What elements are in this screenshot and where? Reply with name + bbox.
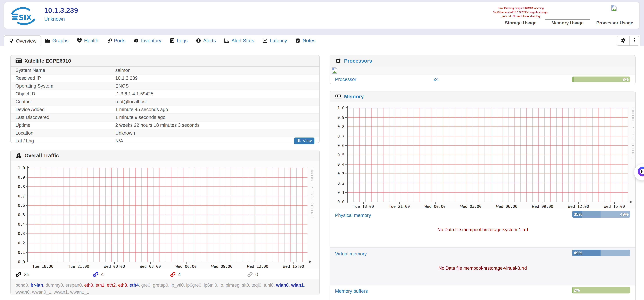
mempool-link[interactable]: Virtual memory	[335, 251, 367, 257]
x-tick	[507, 202, 507, 204]
y-tick-label: 0.0	[332, 200, 344, 204]
port-separator: ,	[63, 283, 66, 288]
processor-link[interactable]: Processor	[335, 77, 356, 82]
port-link[interactable]: wlan0	[276, 283, 288, 288]
y-tick-label: 0.8	[13, 184, 25, 189]
tab-overview[interactable]: Overview	[4, 35, 41, 46]
tab-alert-stats[interactable]: Alert Stats	[220, 35, 258, 46]
port-link[interactable]: wwan0_1	[32, 290, 51, 295]
x-tick	[614, 202, 615, 204]
settings-button[interactable]	[617, 36, 630, 46]
port-link[interactable]: ip6gre0	[186, 283, 201, 288]
memory-header[interactable]: Memory	[330, 91, 635, 102]
bar-right-label: 49%	[620, 212, 628, 217]
port-link[interactable]: wwan1	[54, 290, 68, 295]
overall-traffic-graph[interactable]: 1.00.90.80.70.60.50.40.30.20.10.0Tue 18:…	[10, 161, 320, 269]
port-link[interactable]: sit0	[242, 283, 249, 288]
tab-health[interactable]: Health	[72, 35, 102, 46]
port-count[interactable]: 0	[242, 269, 320, 280]
y-tick	[345, 183, 347, 183]
processor-usage-label: Processor Usage	[584, 20, 644, 25]
row-label: Contact	[16, 99, 116, 104]
area-chart-icon	[45, 38, 50, 43]
processor-count[interactable]: x4	[434, 77, 438, 82]
tab-alerts[interactable]: Alerts	[192, 35, 220, 46]
device-hardware-link[interactable]: Unknown	[44, 16, 78, 22]
table-row: Device Added1 minute 45 seconds ago	[10, 106, 320, 113]
tab-label: Health	[84, 38, 98, 43]
row-label: Uptime	[16, 123, 116, 128]
port-link[interactable]: eth0	[84, 283, 93, 288]
port-link[interactable]: eth2	[107, 283, 116, 288]
port-count[interactable]: 4	[165, 269, 242, 280]
tab-inventory[interactable]: Inventory	[130, 35, 166, 46]
more-options-button[interactable]	[630, 36, 639, 46]
y-tick	[26, 243, 27, 243]
device-model-title: Xatellite ECPE6010	[24, 58, 71, 64]
tab-label: Ports	[114, 38, 126, 43]
port-separator: ,	[288, 283, 291, 288]
mempool-block: Memory buffers2%	[330, 285, 635, 300]
port-link[interactable]: wwan1_1	[70, 290, 89, 295]
x-tick-label: Wed 06:00	[494, 204, 520, 209]
port-link[interactable]: eth3	[118, 283, 127, 288]
processors-header[interactable]: Processors	[330, 55, 635, 67]
y-tick	[26, 168, 27, 168]
mempool-link[interactable]: Memory buffers	[335, 289, 368, 294]
tab-graphs[interactable]: Graphs	[41, 35, 72, 46]
table-row: Uptime2 weeks 22 hours 18 minutes 3 seco…	[10, 121, 320, 129]
y-tick	[26, 205, 27, 206]
bar-segment	[572, 76, 574, 82]
port-separator: ,	[116, 283, 118, 288]
port-separator: ,	[30, 290, 32, 295]
port-link[interactable]: pimreg	[226, 283, 240, 288]
broken-image-icon	[611, 5, 617, 12]
page-title: 10.1.3.239	[44, 6, 78, 14]
mempool-block: Virtual memory49%No Data file mempool-hr…	[330, 247, 635, 285]
port-count[interactable]: 4	[88, 269, 165, 280]
port-link[interactable]: teql0	[252, 283, 261, 288]
port-count[interactable]: 25	[10, 269, 88, 280]
tab-notes[interactable]: Notes	[291, 35, 320, 46]
row-label: Location	[16, 130, 116, 136]
tab-logs[interactable]: Logs	[166, 35, 192, 46]
port-link[interactable]: wwan0	[16, 290, 30, 295]
mempool-link[interactable]: Physical memory	[335, 213, 371, 218]
bar-left-label: 49%	[574, 251, 582, 256]
y-tick	[26, 224, 27, 225]
y-tick-label: 0.1	[332, 190, 344, 195]
port-count-value: 4	[101, 272, 104, 277]
port-link[interactable]: br-lan	[30, 283, 43, 288]
memory-icon	[335, 93, 341, 99]
port-link[interactable]: gre0	[141, 283, 150, 288]
port-separator: ,	[240, 283, 242, 288]
assistant-button[interactable]	[634, 164, 644, 181]
port-link[interactable]: ip_vti0	[171, 283, 184, 288]
tab-latency[interactable]: Latency	[258, 35, 291, 46]
port-link[interactable]: bond0	[16, 283, 28, 288]
x-tick	[543, 202, 543, 204]
port-link[interactable]: wlan1	[291, 283, 304, 288]
tab-label: Notes	[303, 38, 316, 43]
mempool-graph-error: No Data file mempool-hrstorage-virtual-3…	[330, 266, 635, 271]
port-link[interactable]: eth4	[130, 283, 139, 288]
port-link[interactable]: gretap0	[153, 283, 168, 288]
port-link[interactable]: lo	[220, 283, 223, 288]
processor-usage-slot[interactable]: Processor Usage	[584, 2, 644, 29]
port-link[interactable]: erspan0	[66, 283, 82, 288]
mempool-usage-bar: 2%	[572, 287, 630, 294]
x-tick-label: Wed 03:00	[137, 264, 164, 269]
x-tick	[79, 262, 79, 264]
x-axis	[345, 202, 631, 202]
y-tick	[345, 136, 347, 136]
tab-ports[interactable]: Ports	[102, 35, 130, 46]
tab-label: Logs	[177, 38, 188, 43]
view-location-button[interactable]: View	[294, 138, 314, 144]
map-icon	[297, 138, 301, 143]
y-tick-label: 0.3	[332, 172, 344, 176]
port-link[interactable]: dummy0	[46, 283, 63, 288]
port-link[interactable]: ip6tnl0	[204, 283, 217, 288]
port-link[interactable]: eth1	[96, 283, 104, 288]
port-link[interactable]: tunl0	[264, 283, 274, 288]
memory-graph[interactable]: 1.00.90.80.70.60.50.40.30.20.10.0Tue 18:…	[330, 102, 635, 209]
